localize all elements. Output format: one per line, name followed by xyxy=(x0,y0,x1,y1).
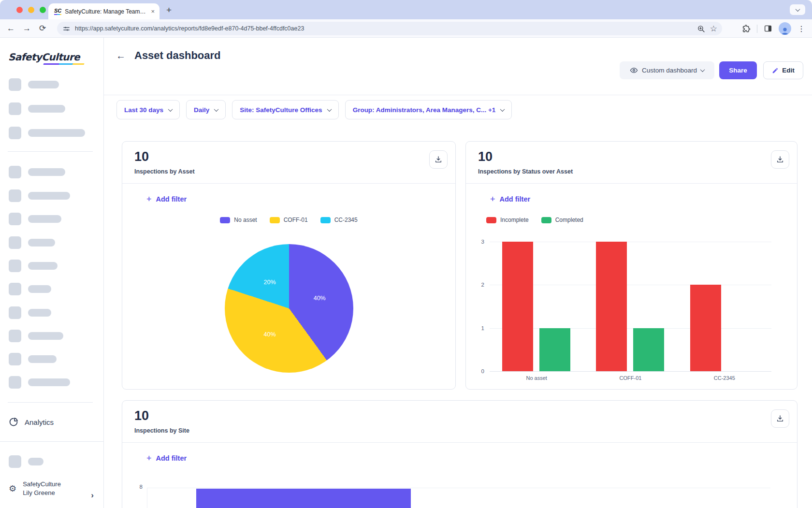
edit-button[interactable]: Edit xyxy=(763,61,803,79)
app-sidebar: SafetyCulture Analytics › ⚙ SafetyCultur… xyxy=(0,38,104,508)
add-filter-label: Add filter xyxy=(156,195,187,203)
new-tab-button[interactable]: + xyxy=(166,5,172,15)
incomplete-bar[interactable] xyxy=(690,285,721,371)
legend-swatch xyxy=(320,217,331,223)
extensions-icon[interactable] xyxy=(742,24,751,33)
gear-icon[interactable]: ⚙ xyxy=(9,484,16,493)
filter-pill-2[interactable]: Site: SafetyCulture Offices xyxy=(232,100,338,119)
filter-pill-3[interactable]: Group: Administrators, Area Managers, C.… xyxy=(345,100,512,119)
bookmark-star-icon[interactable]: ☆ xyxy=(710,24,717,34)
legend-label: No asset xyxy=(234,217,257,223)
incomplete-bar[interactable] xyxy=(596,242,627,371)
zoom-window-button[interactable] xyxy=(40,7,46,13)
filter-pill-label: Group: Administrators, Area Managers, C.… xyxy=(353,106,496,114)
page-title: Asset dashboard xyxy=(134,49,221,62)
sidebar-collapsed-item[interactable]: › xyxy=(0,455,103,468)
bar-group-0: No asset xyxy=(490,242,583,371)
tab-search-button[interactable] xyxy=(790,4,805,15)
chevron-down-icon xyxy=(500,107,505,112)
completed-bar[interactable] xyxy=(633,328,664,371)
add-filter-button[interactable]: + Add filter xyxy=(146,195,187,203)
sidebar-skeleton-item xyxy=(0,189,103,202)
pie-slice-label: 40% xyxy=(264,331,276,338)
view-selector-dropdown[interactable]: Custom dashboard xyxy=(620,61,714,79)
sidebar-skeleton-item xyxy=(0,213,103,225)
browser-menu-icon[interactable]: ⋮ xyxy=(798,24,805,33)
y-axis-tick: 0 xyxy=(472,368,484,374)
forward-nav-button[interactable]: → xyxy=(23,22,31,35)
chevron-down-icon xyxy=(700,67,705,72)
browser-profile-avatar[interactable] xyxy=(779,22,791,35)
y-axis-tick: 2 xyxy=(472,282,484,288)
legend-swatch xyxy=(270,217,280,223)
pie-chart[interactable]: 40%40%20% xyxy=(225,244,353,373)
url-text[interactable]: https://app.safetyculture.com/analytics/… xyxy=(75,25,692,32)
filter-pill-label: Last 30 days xyxy=(124,106,163,114)
sidebar-skeleton-item xyxy=(0,260,103,272)
skeleton-icon xyxy=(9,213,21,225)
logo-text-culture: Culture xyxy=(42,51,80,63)
card-inspections-by-asset: 10 Inspections by Asset + Add filter No … xyxy=(122,141,456,390)
add-filter-button[interactable]: + Add filter xyxy=(490,195,530,203)
download-button[interactable] xyxy=(771,150,789,169)
legend-item: No asset xyxy=(220,217,257,223)
bar-legend: IncompleteCompleted xyxy=(486,217,583,223)
card-title: Inspections by Site xyxy=(134,427,189,434)
back-nav-button[interactable]: ← xyxy=(7,22,15,35)
filter-pill-label: Site: SafetyCulture Offices xyxy=(240,106,322,114)
sidebar-item-analytics[interactable]: Analytics xyxy=(0,415,103,429)
filter-pill-1[interactable]: Daily xyxy=(186,100,226,119)
legend-label: CC-2345 xyxy=(334,217,358,223)
browser-tab[interactable]: SC SafetyCulture: Manage Teams and... × xyxy=(48,3,160,19)
incomplete-bar[interactable] xyxy=(502,242,533,371)
pencil-icon xyxy=(772,67,779,74)
dashboard-main: ← Asset dashboard Custom dashboard Share… xyxy=(104,38,812,508)
filter-pill-0[interactable]: Last 30 days xyxy=(116,100,180,119)
x-axis-label: CC-2345 xyxy=(678,375,771,381)
site-bar[interactable] xyxy=(196,489,411,508)
close-window-button[interactable] xyxy=(16,7,23,13)
sidebar-profile[interactable]: ⚙ SafetyCulture Lily Greene › xyxy=(0,480,103,497)
site-settings-icon[interactable] xyxy=(63,25,70,32)
skeleton-bar xyxy=(28,215,61,223)
y-axis-line xyxy=(147,488,147,508)
card-divider xyxy=(122,183,455,184)
minimize-window-button[interactable] xyxy=(28,7,34,13)
gridline xyxy=(147,488,770,488)
bar-chart[interactable]: 0123No assetCOFF-01CC-2345 xyxy=(490,242,771,371)
skeleton-icon xyxy=(9,260,21,272)
share-button[interactable]: Share xyxy=(719,61,757,79)
skeleton-icon xyxy=(9,189,21,202)
address-bar[interactable]: https://app.safetyculture.com/analytics/… xyxy=(57,22,722,35)
reload-button[interactable]: ⟳ xyxy=(39,22,46,35)
back-button[interactable]: ← xyxy=(114,48,128,63)
side-panel-icon[interactable] xyxy=(764,24,772,33)
legend-swatch xyxy=(541,217,551,223)
analytics-pie-icon xyxy=(9,417,18,427)
plus-icon: + xyxy=(490,195,495,203)
logo-underline xyxy=(44,63,85,65)
window-controls xyxy=(16,7,46,13)
chevron-down-icon xyxy=(168,107,173,112)
legend-label: COFF-01 xyxy=(284,217,308,223)
sidebar-skeleton-item xyxy=(0,330,103,342)
zoom-page-icon[interactable] xyxy=(697,25,705,33)
download-button[interactable] xyxy=(771,409,789,428)
browser-window: SC SafetyCulture: Manage Teams and... × … xyxy=(0,0,812,508)
edit-label: Edit xyxy=(782,67,795,74)
skeleton-bar xyxy=(28,239,55,247)
completed-bar[interactable] xyxy=(539,328,570,371)
safetyculture-logo: SafetyCulture xyxy=(8,51,80,63)
plus-icon: + xyxy=(146,195,152,203)
chevron-right-icon[interactable]: › xyxy=(91,491,94,500)
skeleton-bar xyxy=(28,192,70,200)
skeleton-icon xyxy=(9,330,21,342)
header-divider xyxy=(104,95,812,95)
add-filter-button[interactable]: + Add filter xyxy=(146,454,187,463)
add-filter-label: Add filter xyxy=(156,454,187,462)
tab-close-icon[interactable]: × xyxy=(151,8,155,15)
download-button[interactable] xyxy=(429,150,448,169)
skeleton-bar xyxy=(28,378,70,386)
profile-user: Lily Greene xyxy=(23,489,61,497)
skeleton-bar xyxy=(28,309,51,317)
